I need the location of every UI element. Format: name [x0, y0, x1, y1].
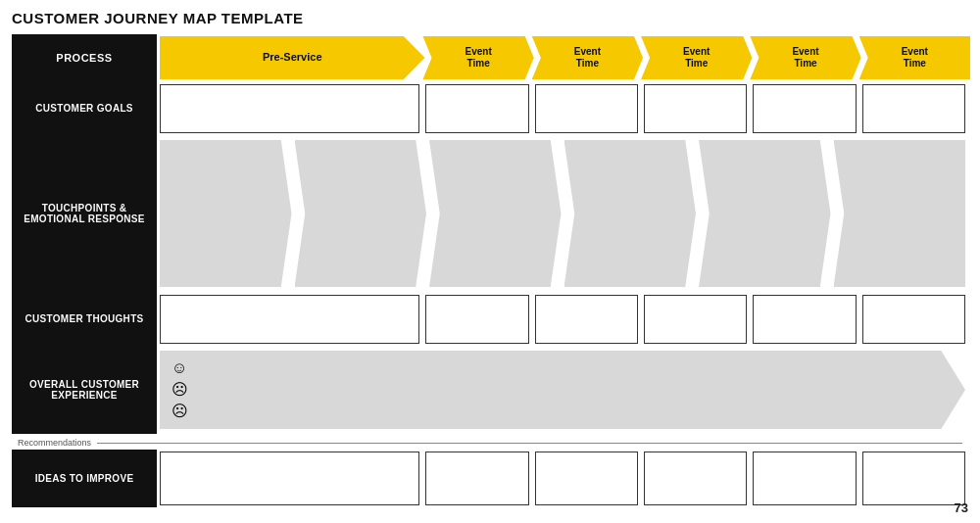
customer-goals-box-1: [160, 84, 419, 133]
ideas-to-improve-label: IDEAS TO IMPROVE: [12, 450, 157, 507]
touchpoint-chevron-2: [295, 140, 427, 287]
page-number: 73: [955, 500, 968, 515]
thoughts-box-6: [862, 295, 965, 344]
recommendations-label: Recommendations: [18, 438, 91, 448]
thoughts-box-3: [535, 295, 638, 344]
event-time-arrow-1: EventTime: [422, 36, 533, 79]
page-title: CUSTOMER JOURNEY MAP TEMPLATE: [12, 10, 968, 26]
thoughts-box-4: [644, 295, 747, 344]
separator-line: [97, 443, 962, 444]
smiley-happy: ☺: [172, 360, 965, 376]
smiley-sad-1: ☹: [172, 382, 965, 398]
event-time-arrow-4: EventTime: [750, 36, 860, 79]
touchpoint-chevron-6: [834, 140, 966, 287]
process-label: PROCESS: [12, 34, 157, 81]
touchpoints-row: TOUCHPOINTS &EMOTIONAL RESPONSE: [12, 135, 968, 292]
event-time-arrow-5: EventTime: [859, 36, 970, 79]
touchpoint-chevron-4: [564, 140, 697, 287]
ideas-box-4: [644, 452, 747, 505]
customer-thoughts-row: CUSTOMER THOUGHTS: [12, 292, 968, 346]
ideas-box-1: [160, 452, 419, 505]
smiley-sad-2: ☹: [172, 404, 965, 419]
event-time-arrow-2: EventTime: [532, 36, 643, 79]
customer-goals-label: CUSTOMER GOALS: [12, 81, 157, 135]
pre-service-arrow: Pre-Service: [160, 36, 424, 79]
ideas-box-3: [535, 452, 638, 505]
ideas-to-improve-row: IDEAS TO IMPROVE: [12, 450, 968, 507]
touchpoint-chevron-3: [429, 140, 562, 287]
ideas-box-2: [425, 452, 528, 505]
customer-goals-box-3: [535, 84, 638, 133]
overall-experience-row: OVERALL CUSTOMEREXPERIENCE ☺ ☹ ☹: [12, 346, 968, 434]
ideas-box-5: [753, 452, 856, 505]
touchpoint-chevron-5: [699, 140, 831, 287]
customer-goals-row: CUSTOMER GOALS: [12, 81, 968, 135]
touchpoint-chevron-1: [160, 140, 292, 287]
touchpoints-label: TOUCHPOINTS &EMOTIONAL RESPONSE: [12, 135, 157, 292]
event-time-arrow-3: EventTime: [641, 36, 752, 79]
thoughts-box-2: [425, 295, 528, 344]
customer-goals-box-4: [644, 84, 747, 133]
process-row: PROCESS Pre-Service EventTime EventTime …: [12, 34, 968, 81]
customer-goals-box-2: [425, 84, 528, 133]
ideas-box-6: [862, 452, 965, 505]
overall-experience-label: OVERALL CUSTOMEREXPERIENCE: [12, 346, 157, 434]
customer-thoughts-label: CUSTOMER THOUGHTS: [12, 292, 157, 346]
oce-arrow: ☺ ☹ ☹: [160, 351, 965, 429]
thoughts-box-1: [160, 295, 419, 344]
thoughts-box-5: [753, 295, 856, 344]
separator-row: Recommendations: [12, 434, 968, 450]
customer-goals-box-5: [753, 84, 856, 133]
customer-goals-box-6: [862, 84, 965, 133]
